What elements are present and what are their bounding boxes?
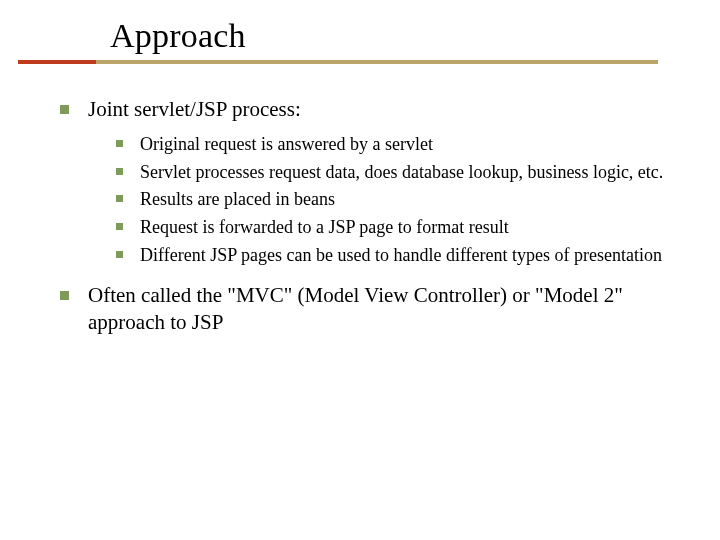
bullet-text: Different JSP pages can be used to handl… [140, 245, 662, 265]
bullet-text: Results are placed in beans [140, 189, 335, 209]
bullet-level2: Servlet processes request data, does dat… [116, 161, 680, 185]
title-underline-accent [18, 60, 96, 64]
title-underline [18, 60, 658, 64]
square-bullet-icon [116, 251, 123, 258]
slide-body: Joint servlet/JSP process: Original requ… [60, 96, 680, 345]
bullet-text: Request is forwarded to a JSP page to fo… [140, 217, 509, 237]
title-bar: Approach [18, 16, 658, 64]
slide: Approach Joint servlet/JSP process: Orig… [0, 0, 720, 540]
bullet-level2: Different JSP pages can be used to handl… [116, 244, 680, 268]
square-bullet-icon [116, 195, 123, 202]
square-bullet-icon [116, 223, 123, 230]
bullet-level2: Original request is answered by a servle… [116, 133, 680, 157]
square-bullet-icon [116, 168, 123, 175]
bullet-text: Servlet processes request data, does dat… [140, 162, 663, 182]
slide-title: Approach [110, 16, 246, 56]
bullet-level2: Results are placed in beans [116, 188, 680, 212]
square-bullet-icon [60, 291, 69, 300]
square-bullet-icon [60, 105, 69, 114]
bullet-level1: Joint servlet/JSP process: [60, 96, 680, 123]
sub-bullet-group: Original request is answered by a servle… [116, 133, 680, 268]
bullet-text: Original request is answered by a servle… [140, 134, 433, 154]
square-bullet-icon [116, 140, 123, 147]
bullet-level2: Request is forwarded to a JSP page to fo… [116, 216, 680, 240]
bullet-text: Joint servlet/JSP process: [88, 97, 301, 121]
bullet-text: Often called the "MVC" (Model View Contr… [88, 283, 623, 334]
bullet-level1: Often called the "MVC" (Model View Contr… [60, 282, 680, 336]
